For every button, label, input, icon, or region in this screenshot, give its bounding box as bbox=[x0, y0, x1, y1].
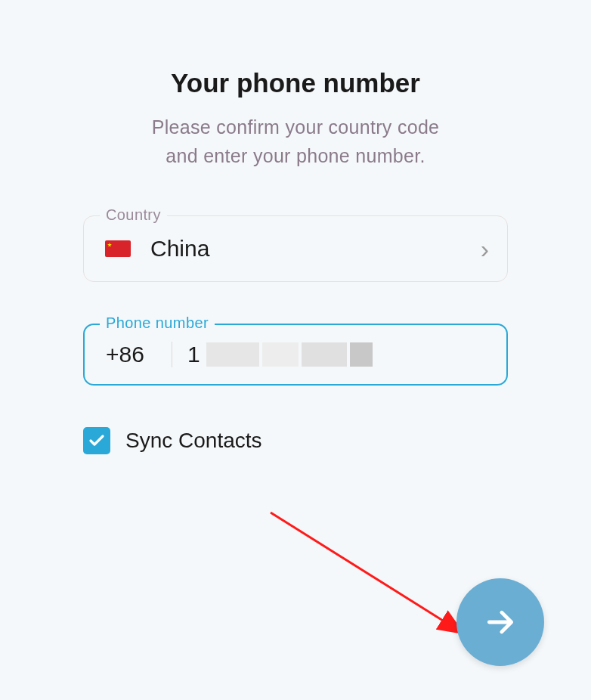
phone-field-label: Phone number bbox=[100, 314, 215, 332]
china-flag-icon bbox=[105, 240, 131, 257]
sync-contacts-row: Sync Contacts bbox=[83, 427, 508, 454]
arrow-right-icon bbox=[484, 606, 517, 639]
subtitle-line-1: Please confirm your country code bbox=[152, 116, 440, 138]
phone-country-code: +86 bbox=[106, 342, 172, 367]
subtitle-line-2: and enter your phone number. bbox=[166, 145, 425, 166]
phone-redacted-area bbox=[206, 342, 373, 367]
checkmark-icon bbox=[88, 432, 106, 450]
country-field: Country China › bbox=[83, 215, 508, 282]
sync-contacts-label: Sync Contacts bbox=[125, 429, 262, 453]
phone-number-input[interactable]: 1 bbox=[172, 342, 488, 367]
phone-first-digit: 1 bbox=[187, 342, 200, 367]
chevron-right-icon: › bbox=[481, 236, 489, 262]
svg-line-0 bbox=[271, 513, 461, 632]
page-title: Your phone number bbox=[83, 68, 508, 98]
country-selector[interactable]: China › bbox=[83, 215, 508, 282]
phone-input-container[interactable]: +86 1 bbox=[83, 324, 508, 386]
phone-field: Phone number +86 1 bbox=[83, 324, 508, 386]
sync-contacts-checkbox[interactable] bbox=[83, 427, 110, 454]
country-field-label: Country bbox=[100, 206, 167, 224]
next-button[interactable] bbox=[456, 578, 544, 666]
country-name: China bbox=[150, 236, 481, 262]
annotation-arrow bbox=[265, 506, 484, 650]
page-subtitle: Please confirm your country code and ent… bbox=[83, 113, 508, 170]
